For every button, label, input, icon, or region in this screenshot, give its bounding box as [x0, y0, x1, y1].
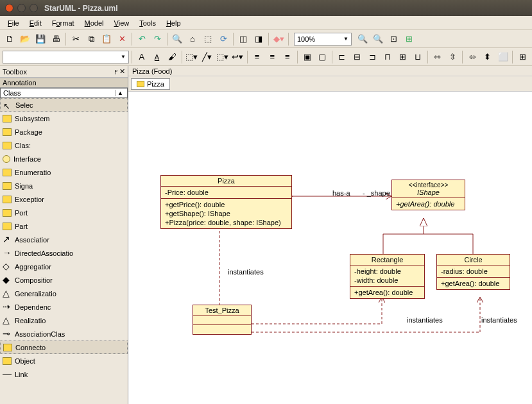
section-annotation[interactable]: Annotation: [0, 78, 128, 88]
model-icon[interactable]: ⬚: [201, 32, 215, 46]
tool-exception[interactable]: Exceptior: [0, 192, 128, 206]
open-icon[interactable]: 📂: [18, 32, 32, 46]
menu-format[interactable]: Format: [47, 17, 80, 29]
tool-generalization[interactable]: △Generalizatio: [0, 287, 128, 300]
undo-icon[interactable]: ↶: [135, 32, 149, 46]
tool-directed-association[interactable]: →DirectedAssociatio: [0, 246, 128, 260]
color-icon[interactable]: ◆▾: [271, 32, 286, 46]
bring-front-icon[interactable]: ▣: [300, 50, 314, 64]
stereotype-icon[interactable]: ⬚▾: [185, 50, 199, 64]
copy-icon[interactable]: ⧉: [84, 32, 98, 46]
sizeeq-icon[interactable]: ⬜: [496, 50, 510, 64]
tool-realization[interactable]: △Realizatio: [0, 314, 128, 327]
space-h-icon[interactable]: ⇿: [431, 50, 445, 64]
print-icon[interactable]: 🖶: [49, 32, 63, 46]
refresh-icon[interactable]: ⟳: [216, 32, 230, 46]
circle-attrs: -radius: double: [437, 265, 510, 278]
class-circle[interactable]: Circle -radius: double +getArea(): doubl…: [436, 254, 510, 290]
cut-icon[interactable]: ✂: [69, 32, 83, 46]
tool-aggregation[interactable]: ◇Aggregatior: [0, 260, 128, 273]
valign-bottom-icon[interactable]: ⊔: [411, 50, 425, 64]
tool-association-class[interactable]: ⊸AssociationClas: [0, 327, 128, 341]
section-class[interactable]: Class ▲: [0, 88, 128, 98]
align-right-icon[interactable]: ≡: [280, 50, 295, 64]
tool-select[interactable]: ↖Selec: [0, 98, 128, 112]
tool-signal[interactable]: Signa: [0, 179, 128, 192]
window-minimize-button[interactable]: [17, 4, 26, 12]
font-name-icon[interactable]: A: [135, 50, 149, 64]
halign-right-icon[interactable]: ⊐: [365, 50, 379, 64]
align-center-icon[interactable]: ≡: [265, 50, 279, 64]
zoom-actual-icon[interactable]: ⊞: [402, 32, 416, 46]
tool-enumeration[interactable]: Enumeratio: [0, 165, 128, 179]
zoom-fit-icon[interactable]: ⊡: [386, 32, 400, 46]
tool-dependency[interactable]: ⇢Dependenc: [0, 300, 128, 314]
font-combo[interactable]: ▼: [3, 51, 129, 63]
diagram-canvas[interactable]: Pizza -Price: double +getPrice(): double…: [128, 92, 532, 404]
linestyle-icon[interactable]: ╱▾: [200, 50, 214, 64]
menu-model[interactable]: Model: [80, 17, 109, 29]
view1-icon[interactable]: ◫: [236, 32, 250, 46]
pin-icon[interactable]: ⫯: [114, 68, 118, 76]
close-icon[interactable]: ✕: [119, 67, 125, 76]
fill-color-icon[interactable]: 🖌: [165, 50, 179, 64]
delete-icon[interactable]: ✕: [115, 32, 129, 46]
font-color-icon[interactable]: A: [150, 50, 164, 64]
new-icon[interactable]: 🗋: [3, 32, 17, 46]
sizeeq-w-icon[interactable]: ⬄: [465, 50, 479, 64]
save-icon[interactable]: 💾: [33, 32, 47, 46]
tool-association[interactable]: ↗Associatior: [0, 233, 128, 246]
tool-port[interactable]: Port: [0, 206, 128, 219]
tool-object[interactable]: Object: [0, 354, 128, 367]
class-rectangle[interactable]: Rectangle -height: double -width: double…: [350, 254, 425, 299]
valign-top-icon[interactable]: ⊓: [381, 50, 395, 64]
scroll-up-icon[interactable]: ▲: [116, 90, 124, 96]
halign-center-icon[interactable]: ⊟: [350, 50, 365, 64]
tool-composition[interactable]: ◆Compositior: [0, 273, 128, 287]
space-v-icon[interactable]: ⇳: [446, 50, 460, 64]
sizeeq-h-icon[interactable]: ⬍: [481, 50, 495, 64]
window-close-button[interactable]: [5, 4, 13, 12]
menu-tools[interactable]: Tools: [134, 17, 161, 29]
composition-icon: ◆: [3, 276, 12, 284]
menu-help[interactable]: Help: [161, 17, 186, 29]
tab-pizza[interactable]: Pizza: [131, 78, 170, 90]
tool-connector[interactable]: Connecto: [0, 341, 128, 354]
chevron-down-icon: ▼: [343, 36, 348, 42]
zoom-combo[interactable]: 100% ▼: [294, 33, 352, 46]
zoom-in-icon[interactable]: 🔍: [356, 32, 370, 46]
label-inst-2: instantiates: [407, 316, 443, 324]
menu-edit[interactable]: Edit: [24, 17, 47, 29]
tool-class[interactable]: Clas:: [0, 139, 128, 152]
tool-interface[interactable]: Interface: [0, 152, 128, 165]
browse-icon[interactable]: ⌂: [185, 32, 200, 46]
tool-subsystem[interactable]: Subsystem: [0, 112, 128, 125]
menu-file[interactable]: File: [3, 17, 24, 29]
tool-part[interactable]: Part: [0, 219, 128, 233]
halign-left-icon[interactable]: ⊏: [335, 50, 349, 64]
wordwrap-icon[interactable]: ↩▾: [230, 50, 245, 64]
layout-icon[interactable]: ⊞: [515, 50, 529, 64]
autosize-icon[interactable]: ⬚▾: [215, 50, 229, 64]
valign-middle-icon[interactable]: ⊞: [396, 50, 410, 64]
find-icon[interactable]: 🔍: [170, 32, 184, 46]
class-pizza[interactable]: Pizza -Price: double +getPrice(): double…: [160, 175, 292, 229]
align-left-icon[interactable]: ≡: [250, 50, 264, 64]
menu-view[interactable]: View: [109, 17, 135, 29]
interface-icon: [3, 155, 10, 163]
diagram-icon: [137, 81, 144, 87]
link-icon: —: [3, 371, 12, 378]
tool-link[interactable]: —Link: [0, 367, 128, 381]
port-icon: [3, 209, 12, 217]
redo-icon[interactable]: ↷: [150, 32, 164, 46]
send-back-icon[interactable]: ▢: [315, 50, 329, 64]
zoom-value: 100%: [297, 35, 315, 43]
paste-icon[interactable]: 📋: [99, 32, 114, 46]
window-maximize-button[interactable]: [30, 4, 38, 12]
aggregation-icon: ◇: [3, 263, 12, 271]
view2-icon[interactable]: ◨: [252, 32, 266, 46]
interface-ishape[interactable]: <<interface>> IShape +getArea(): double: [391, 180, 465, 210]
class-test-pizza[interactable]: Test_Pizza: [193, 305, 252, 335]
tool-package[interactable]: Package: [0, 125, 128, 139]
zoom-out-icon[interactable]: 🔍: [371, 32, 385, 46]
